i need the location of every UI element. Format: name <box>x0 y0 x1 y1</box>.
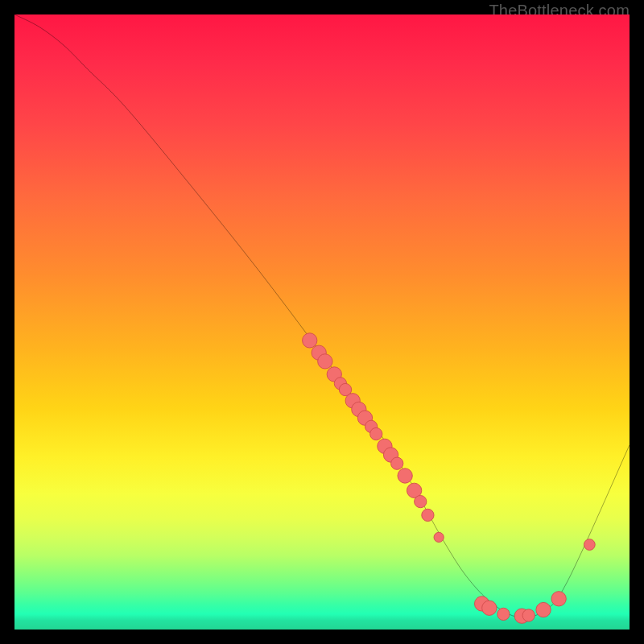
data-marker <box>318 354 332 369</box>
data-markers <box>303 333 596 624</box>
data-marker <box>482 601 497 615</box>
data-marker <box>422 509 434 521</box>
curve-svg <box>14 14 630 630</box>
data-marker <box>391 457 403 469</box>
data-marker <box>370 427 382 440</box>
data-marker <box>551 592 566 606</box>
data-marker <box>415 495 427 507</box>
data-marker <box>536 602 551 617</box>
plot-area <box>14 14 630 630</box>
data-marker <box>584 539 595 551</box>
bottleneck-curve <box>14 14 630 617</box>
data-marker <box>434 532 444 542</box>
data-marker <box>303 333 317 348</box>
data-marker <box>497 608 510 620</box>
data-marker <box>398 469 412 483</box>
data-marker <box>522 609 535 621</box>
chart-frame: TheBottleneck.com <box>0 0 644 644</box>
